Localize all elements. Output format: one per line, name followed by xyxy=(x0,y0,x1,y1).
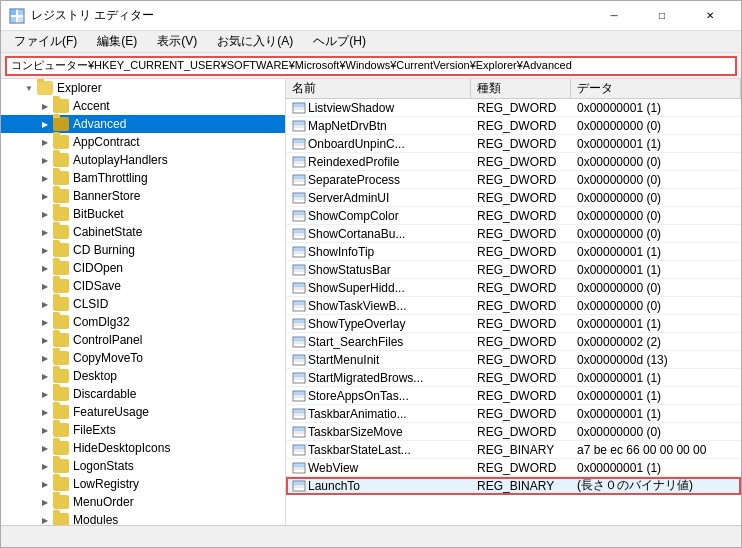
tree-item-fileexts[interactable]: ▶ FileExts xyxy=(1,421,285,439)
svg-rect-66 xyxy=(293,373,305,377)
menu-favorites[interactable]: お気に入り(A) xyxy=(208,30,302,53)
table-row[interactable]: TaskbarAnimatio... REG_DWORD 0x00000001 … xyxy=(286,405,741,423)
table-row[interactable]: ListviewShadow REG_DWORD 0x00000001 (1) xyxy=(286,99,741,117)
cell-type: REG_BINARY xyxy=(471,479,571,493)
tree-item-discardable[interactable]: ▶ Discardable xyxy=(1,385,285,403)
tree-arrow-lowregistry: ▶ xyxy=(37,476,53,492)
table-row[interactable]: Start_SearchFiles REG_DWORD 0x00000002 (… xyxy=(286,333,741,351)
tree-item-bitbucket[interactable]: ▶ BitBucket xyxy=(1,205,285,223)
cell-name: SeparateProcess xyxy=(286,173,471,187)
table-row[interactable]: MapNetDrvBtn REG_DWORD 0x00000000 (0) xyxy=(286,117,741,135)
cell-type: REG_DWORD xyxy=(471,281,571,295)
tree-item-advanced[interactable]: ▶ Advanced xyxy=(1,115,285,133)
folder-icon-desktop xyxy=(53,369,69,383)
tree-item-cidopen[interactable]: ▶ CIDOpen xyxy=(1,259,285,277)
tree-arrow-accent: ▶ xyxy=(37,98,53,114)
tree-item-desktop[interactable]: ▶ Desktop xyxy=(1,367,285,385)
tree-item-appcontract[interactable]: ▶ AppContract xyxy=(1,133,285,151)
cell-name: ServerAdminUI xyxy=(286,191,471,205)
tree-item-copymoveto[interactable]: ▶ CopyMoveTo xyxy=(1,349,285,367)
tree-arrow-fileexts: ▶ xyxy=(37,422,53,438)
folder-icon-lowregistry xyxy=(53,477,69,491)
tree-label-hidedesktopicons: HideDesktopIcons xyxy=(73,441,170,455)
table-row[interactable]: TaskbarStateLast... REG_BINARY a7 be ec … xyxy=(286,441,741,459)
table-row[interactable]: ShowStatusBar REG_DWORD 0x00000001 (1) xyxy=(286,261,741,279)
tree-arrow-advanced: ▶ xyxy=(37,116,53,132)
tree-panel: ▼ Explorer ▶ Accent ▶ Advanced ▶ AppCont… xyxy=(1,79,286,525)
table-row[interactable]: ShowInfoTip REG_DWORD 0x00000001 (1) xyxy=(286,243,741,261)
tree-item-cidsave[interactable]: ▶ CIDSave xyxy=(1,277,285,295)
tree-label-discardable: Discardable xyxy=(73,387,136,401)
maximize-button[interactable]: □ xyxy=(639,1,685,31)
tree-item-comdlg32[interactable]: ▶ ComDlg32 xyxy=(1,313,285,331)
table-row[interactable]: OnboardUnpinC... REG_DWORD 0x00000001 (1… xyxy=(286,135,741,153)
table-row[interactable]: StartMenuInit REG_DWORD 0x0000000d (13) xyxy=(286,351,741,369)
folder-icon-modules xyxy=(53,513,69,525)
menu-edit[interactable]: 編集(E) xyxy=(88,30,146,53)
tree-label-clsid: CLSID xyxy=(73,297,108,311)
tree-label-explorer: Explorer xyxy=(57,81,102,95)
cell-data: a7 be ec 66 00 00 00 00 xyxy=(571,443,741,457)
col-header-name[interactable]: 名前 xyxy=(286,79,471,98)
table-row[interactable]: ShowTypeOverlay REG_DWORD 0x00000001 (1) xyxy=(286,315,741,333)
cell-name: Start_SearchFiles xyxy=(286,335,471,349)
tree-arrow-bitbucket: ▶ xyxy=(37,206,53,222)
col-header-data[interactable]: データ xyxy=(571,79,741,98)
tree-item-hidedesktopicons[interactable]: ▶ HideDesktopIcons xyxy=(1,439,285,457)
cell-data: 0x00000001 (1) xyxy=(571,245,741,259)
tree-item-bamthrottling[interactable]: ▶ BamThrottling xyxy=(1,169,285,187)
address-input[interactable] xyxy=(5,56,737,76)
table-row[interactable]: ServerAdminUI REG_DWORD 0x00000000 (0) xyxy=(286,189,741,207)
col-header-type[interactable]: 種類 xyxy=(471,79,571,98)
tree-item-modules[interactable]: ▶ Modules xyxy=(1,511,285,525)
tree-arrow-controlpanel: ▶ xyxy=(37,332,53,348)
tree-label-cidsave: CIDSave xyxy=(73,279,121,293)
tree-label-copymoveto: CopyMoveTo xyxy=(73,351,143,365)
cell-data: 0x00000001 (1) xyxy=(571,371,741,385)
table-row[interactable]: ShowCortanaBu... REG_DWORD 0x00000000 (0… xyxy=(286,225,741,243)
table-row[interactable]: ShowTaskViewB... REG_DWORD 0x00000000 (0… xyxy=(286,297,741,315)
table-row[interactable]: StoreAppsOnTas... REG_DWORD 0x00000001 (… xyxy=(286,387,741,405)
tree-label-accent: Accent xyxy=(73,99,110,113)
svg-rect-3 xyxy=(10,17,16,23)
window-title: レジストリ エディター xyxy=(31,7,591,24)
tree-item-cabinetstate[interactable]: ▶ CabinetState xyxy=(1,223,285,241)
folder-icon-discardable xyxy=(53,387,69,401)
table-row[interactable]: ShowSuperHidd... REG_DWORD 0x00000000 (0… xyxy=(286,279,741,297)
tree-item-cdburning[interactable]: ▶ CD Burning xyxy=(1,241,285,259)
tree-label-autoplay: AutoplayHandlers xyxy=(73,153,168,167)
svg-rect-2 xyxy=(18,9,24,15)
tree-item-accent[interactable]: ▶ Accent xyxy=(1,97,285,115)
tree-item-autoplay[interactable]: ▶ AutoplayHandlers xyxy=(1,151,285,169)
cell-data: 0x0000000d (13) xyxy=(571,353,741,367)
tree-item-featureusage[interactable]: ▶ FeatureUsage xyxy=(1,403,285,421)
folder-icon-explorer xyxy=(37,81,53,95)
cell-type: REG_DWORD xyxy=(471,389,571,403)
tree-item-clsid[interactable]: ▶ CLSID xyxy=(1,295,285,313)
table-row[interactable]: ReindexedProfile REG_DWORD 0x00000000 (0… xyxy=(286,153,741,171)
cell-type: REG_DWORD xyxy=(471,317,571,331)
table-row[interactable]: SeparateProcess REG_DWORD 0x00000000 (0) xyxy=(286,171,741,189)
tree-item-explorer[interactable]: ▼ Explorer xyxy=(1,79,285,97)
tree-item-menuorder[interactable]: ▶ MenuOrder xyxy=(1,493,285,511)
table-row[interactable]: ShowCompColor REG_DWORD 0x00000000 (0) xyxy=(286,207,741,225)
folder-icon-advanced xyxy=(53,117,69,131)
tree-arrow-modules: ▶ xyxy=(37,512,53,525)
minimize-button[interactable]: ─ xyxy=(591,1,637,31)
table-row[interactable]: TaskbarSizeMove REG_DWORD 0x00000000 (0) xyxy=(286,423,741,441)
menu-view[interactable]: 表示(V) xyxy=(148,30,206,53)
svg-rect-46 xyxy=(293,283,305,287)
menu-help[interactable]: ヘルプ(H) xyxy=(304,30,375,53)
table-row[interactable]: LaunchTo REG_BINARY (長さ０のバイナリ値) xyxy=(286,477,741,495)
close-button[interactable]: ✕ xyxy=(687,1,733,31)
tree-item-logonstats[interactable]: ▶ LogonStats xyxy=(1,457,285,475)
tree-label-cidopen: CIDOpen xyxy=(73,261,123,275)
menu-file[interactable]: ファイル(F) xyxy=(5,30,86,53)
cell-name: StoreAppsOnTas... xyxy=(286,389,471,403)
tree-item-controlpanel[interactable]: ▶ ControlPanel xyxy=(1,331,285,349)
tree-arrow-logonstats: ▶ xyxy=(37,458,53,474)
tree-item-bannerstore[interactable]: ▶ BannerStore xyxy=(1,187,285,205)
table-row[interactable]: StartMigratedBrows... REG_DWORD 0x000000… xyxy=(286,369,741,387)
tree-item-lowregistry[interactable]: ▶ LowRegistry xyxy=(1,475,285,493)
table-row[interactable]: WebView REG_DWORD 0x00000001 (1) xyxy=(286,459,741,477)
